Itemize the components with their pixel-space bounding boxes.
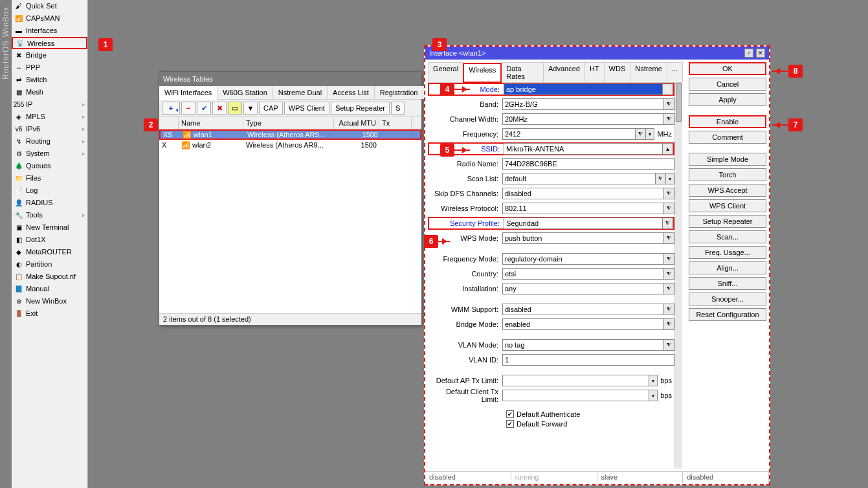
- checkbox-auth[interactable]: ✔Default Authenticate: [506, 410, 674, 418]
- sidebar-item-bridge[interactable]: ✖Bridge: [12, 49, 87, 61]
- dropdown-icon[interactable]: ⧨: [663, 340, 674, 350]
- sidebar-item-routing[interactable]: ↯Routing▹: [12, 135, 87, 148]
- table-row[interactable]: X📶 wlan2Wireless (Atheros AR9...1500: [159, 140, 421, 150]
- col-mtu[interactable]: Actual MTU: [334, 117, 379, 129]
- dropdown-icon[interactable]: ⧨: [663, 188, 674, 199]
- dropdown-icon[interactable]: ⧨: [662, 218, 673, 228]
- wps-client-button[interactable]: WPS Client: [689, 199, 766, 212]
- wps-accept-button[interactable]: WPS Accept: [689, 184, 766, 197]
- input-channel_width[interactable]: 20MHz⧨: [502, 113, 674, 125]
- input-ap_tx[interactable]: [502, 375, 649, 386]
- input-freq_mode[interactable]: regulatory-domain⧨: [502, 253, 674, 265]
- remove-button[interactable]: −: [181, 102, 195, 115]
- dropdown-icon[interactable]: ⧨: [663, 269, 674, 279]
- window-close-icon[interactable]: ✕: [756, 49, 765, 58]
- sidebar-item-mesh[interactable]: ▦Mesh: [12, 86, 87, 98]
- cap-button[interactable]: CAP: [259, 102, 283, 115]
- input-vlan_mode[interactable]: no tag⧨: [502, 339, 674, 351]
- extra-dropdown-icon[interactable]: ▾: [665, 173, 674, 184]
- simple-mode-button[interactable]: Simple Mode: [689, 153, 766, 166]
- dropdown-icon[interactable]: ⧨: [663, 304, 674, 315]
- sidebar-item-interfaces[interactable]: ▬Interfaces: [12, 25, 87, 37]
- input-country[interactable]: etsi⧨: [502, 268, 674, 280]
- if-tab-[interactable]: ...: [667, 62, 683, 82]
- if-tab-wireless[interactable]: Wireless: [463, 63, 502, 83]
- extra-dropdown-icon[interactable]: ▾: [645, 128, 654, 140]
- if-tab-nstreme[interactable]: Nstreme: [630, 62, 667, 82]
- if-tab-general[interactable]: General: [428, 62, 463, 82]
- sidebar-item-radius[interactable]: 👤RADIUS: [12, 197, 87, 209]
- dropdown-icon[interactable]: ⧨: [662, 84, 673, 94]
- setup-repeater-button[interactable]: Setup Repeater: [689, 215, 766, 228]
- reset-configuration-button[interactable]: Reset Configuration: [689, 308, 766, 321]
- interface-dialog-titlebar[interactable]: Interface <wlan1> ▫ ✕: [425, 47, 769, 60]
- input-bridge_mode[interactable]: enabled⧨: [502, 318, 674, 330]
- add-button[interactable]: +: [162, 102, 180, 115]
- if-tab-ht[interactable]: HT: [584, 62, 605, 82]
- input-wmm[interactable]: disabled⧨: [502, 304, 674, 315]
- table-row[interactable]: XS📶 wlan1Wireless (Atheros AR9...1500: [159, 129, 421, 140]
- wt-tab-registration[interactable]: Registration: [375, 86, 424, 99]
- ok-button[interactable]: OK: [689, 62, 766, 75]
- sidebar-item-switch[interactable]: ⇄Switch: [12, 74, 87, 86]
- sidebar-item-files[interactable]: 📁Files: [12, 172, 87, 184]
- col-tx[interactable]: Tx: [379, 117, 412, 129]
- sidebar-item-metarouter[interactable]: ◆MetaROUTER: [12, 246, 87, 258]
- disable-button[interactable]: ✖: [212, 102, 227, 115]
- wt-tab-nstreme-dual[interactable]: Nstreme Dual: [273, 86, 328, 99]
- enable-button[interactable]: Enable: [689, 115, 766, 128]
- input-mode[interactable]: ap bridge⧨: [504, 83, 673, 95]
- comment-button[interactable]: ▭: [228, 102, 242, 115]
- input-band[interactable]: 2GHz-B/G⧨: [502, 98, 674, 110]
- extra-dropdown-icon[interactable]: ▾: [649, 375, 658, 386]
- sidebar-item-manual[interactable]: 📘Manual: [12, 283, 87, 295]
- if-tab-wds[interactable]: WDS: [604, 62, 631, 82]
- sidebar-item-ipv6[interactable]: v6IPv6▹: [12, 123, 87, 135]
- sniff--button[interactable]: Sniff...: [689, 277, 766, 290]
- sidebar-item-new-winbox[interactable]: ⊕New WinBox: [12, 295, 87, 307]
- input-frequency[interactable]: 2412⧨: [502, 128, 646, 140]
- scan--button[interactable]: Scan...: [689, 230, 766, 243]
- wt-tab-wifi-interfaces[interactable]: WiFi Interfaces: [159, 86, 217, 100]
- filter-button[interactable]: ▼: [243, 102, 258, 115]
- dropdown-icon[interactable]: ⧨: [663, 99, 674, 109]
- sidebar-item-queues[interactable]: 🌲Queues: [12, 160, 87, 172]
- input-protocol[interactable]: 802.11⧨: [502, 203, 674, 214]
- input-wps_mode[interactable]: push button⧨: [502, 232, 674, 244]
- sidebar-item-system[interactable]: ⚙System▹: [12, 148, 87, 160]
- sidebar-item-new-terminal[interactable]: ▣New Terminal: [12, 221, 87, 234]
- input-skip_dfs[interactable]: disabled⧨: [502, 188, 674, 199]
- align--button[interactable]: Align...: [689, 261, 766, 274]
- s-button[interactable]: S: [391, 102, 405, 115]
- setup-repeater-button[interactable]: Setup Repeater: [331, 102, 390, 115]
- window-minimize-icon[interactable]: ▫: [744, 49, 753, 58]
- checkbox-forward[interactable]: ✔Default Forward: [506, 420, 674, 428]
- dropdown-icon[interactable]: ⧨: [663, 233, 674, 243]
- input-security[interactable]: Seguridad⧨: [504, 217, 673, 229]
- col-type[interactable]: Type: [243, 117, 334, 129]
- sidebar-item-partition[interactable]: ◐Partition: [12, 258, 87, 271]
- dropdown-icon[interactable]: ⧨: [663, 114, 674, 124]
- input-vlan_id[interactable]: 1: [502, 354, 674, 366]
- sidebar-item-quick-set[interactable]: 🖌Quick Set: [12, 0, 87, 12]
- dropdown-icon[interactable]: ⧨: [663, 283, 674, 294]
- extra-dropdown-icon[interactable]: ▾: [649, 390, 658, 401]
- sidebar-item-ip[interactable]: 255IP▹: [12, 98, 87, 111]
- sidebar-item-log[interactable]: 📄Log: [12, 184, 87, 197]
- snooper--button[interactable]: Snooper...: [689, 293, 766, 305]
- wps-client-button[interactable]: WPS Client: [284, 102, 329, 115]
- sidebar-item-wireless[interactable]: 📡Wireless: [12, 37, 87, 49]
- enable-button[interactable]: ✔: [197, 102, 211, 115]
- wt-tab-access-list[interactable]: Access List: [328, 86, 375, 99]
- dropdown-icon[interactable]: ⧨: [663, 319, 674, 329]
- if-tab-datarates[interactable]: Data Rates: [501, 62, 544, 82]
- form-scrollbar[interactable]: [674, 83, 682, 469]
- comment-button[interactable]: Comment: [689, 131, 766, 144]
- sidebar-item-dot1x[interactable]: ◧Dot1X: [12, 234, 87, 246]
- input-client_tx[interactable]: [502, 390, 649, 401]
- dropdown-icon[interactable]: ⧨: [655, 173, 665, 184]
- wt-tab-w60g-station[interactable]: W60G Station: [217, 86, 273, 99]
- sidebar-item-make-supout.rif[interactable]: 📋Make Supout.rif: [12, 271, 87, 283]
- scrollbar-thumb[interactable]: [676, 83, 682, 122]
- sidebar-item-ppp[interactable]: ↔PPP: [12, 61, 87, 74]
